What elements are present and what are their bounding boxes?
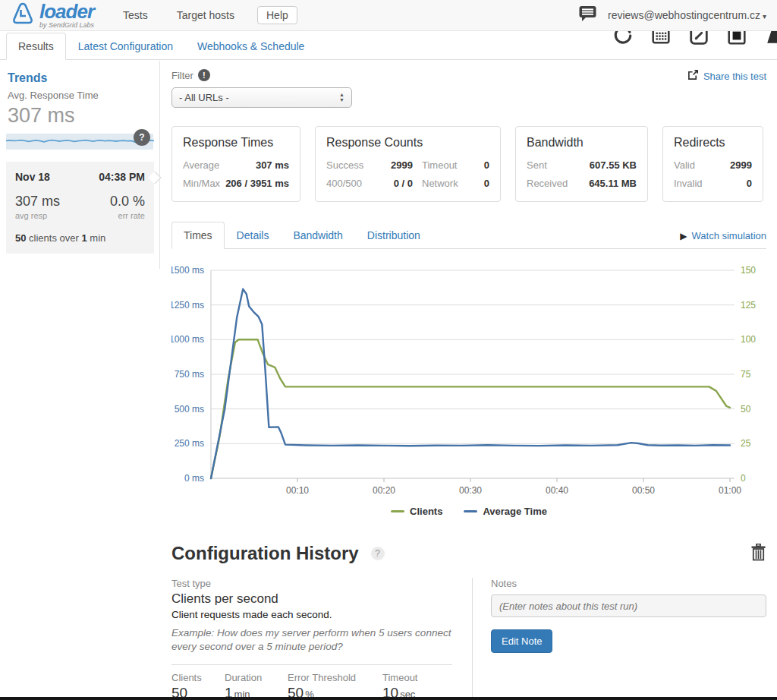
legend-item-clients[interactable]: Clients [391,506,442,517]
screenshot-edge [0,697,777,700]
stat-value: 2999 [730,156,752,175]
stat-label: Average [183,156,219,175]
url-filter-value: - All URLs - [179,92,229,103]
stat-label: Received [527,175,568,193]
run-avg-response: 307 ms [15,194,60,210]
test-type-value: Clients per second [171,591,452,607]
stat-label: Sent [527,156,547,175]
chart-legend: Clients Average Time [171,506,766,517]
param-duration: Duration 1min [225,672,288,700]
select-arrows-icon: ▲▼ [339,93,344,102]
stat-label: Success [326,156,370,175]
svg-text:00:50: 00:50 [632,485,655,496]
test-type-label: Test type [171,578,452,589]
svg-text:00:20: 00:20 [373,485,395,496]
svg-text:25: 25 [741,438,751,449]
tab-bandwidth[interactable]: Bandwidth [281,222,354,249]
redirects-card: Redirects Valid2999 Invalid0 [662,126,763,202]
card-title: Redirects [674,136,752,150]
tab-times[interactable]: Times [171,222,225,249]
svg-text:00:30: 00:30 [459,485,482,496]
run-error-label: err rate [118,211,145,220]
selected-run-arrow [149,172,162,184]
config-help-icon[interactable]: ? [371,547,385,560]
test-run-card[interactable]: Nov 18 04:38 PM 307 ms 0.0 % avg resp er… [6,162,154,254]
url-filter-select[interactable]: - All URLs - ▲▼ [171,87,352,108]
svg-text:750 ms: 750 ms [175,369,204,380]
trends-sidebar: Trends Avg. Response Time 307 ms ? Nov 1… [0,61,160,269]
svg-text:100: 100 [741,334,756,345]
notes-label: Notes [491,578,766,589]
top-navbar: loader by SendGrid Labs Tests Target hos… [0,0,777,31]
tab-webhooks-schedule[interactable]: Webhooks & Schedule [185,33,316,60]
nav-item-target-hosts[interactable]: Target hosts [177,9,234,21]
svg-text:500 ms: 500 ms [175,404,204,415]
tab-details[interactable]: Details [225,222,282,249]
stat-label: Timeout [422,156,468,175]
brand-name: loader [39,2,94,21]
trash-icon[interactable] [750,544,766,564]
loader-logo[interactable]: loader by SendGrid Labs [11,2,94,29]
share-test-link[interactable]: Share this test [687,69,766,83]
tab-distribution[interactable]: Distribution [355,222,433,249]
run-time: 04:38 PM [99,171,145,183]
play-icon: ▶ [680,231,687,241]
account-menu[interactable]: reviews@webhostingcentrum.cz▾ [608,9,766,21]
svg-text:1500 ms: 1500 ms [171,265,204,276]
svg-text:1250 ms: 1250 ms [171,300,204,311]
svg-text:01:00: 01:00 [719,485,741,496]
caret-down-icon: ▾ [763,12,766,20]
response-times-card: Response Times Average307 ms Min/Max206 … [171,126,300,202]
account-email: reviews@webhostingcentrum.cz [608,9,760,21]
run-error-rate: 0.0 % [110,194,145,210]
tab-results[interactable]: Results [6,33,66,60]
trend-sparkline: ? [6,134,153,150]
messages-icon[interactable] [578,5,597,25]
watch-simulation-link[interactable]: ▶ Watch simulation [680,230,766,241]
sparkline-help-icon[interactable]: ? [134,129,150,146]
stat-label: 400/500 [326,175,370,193]
stat-value: 0 [477,175,489,193]
test-type-example: Example: How does my server perform when… [171,626,452,654]
svg-text:250 ms: 250 ms [175,438,204,449]
card-title: Response Times [183,136,289,150]
svg-text:125: 125 [741,300,756,311]
svg-text:00:40: 00:40 [546,485,568,496]
summary-cards: Response Times Average307 ms Min/Max206 … [171,126,766,202]
param-clients: Clients 50 [171,672,225,700]
avg-response-time-value: 307 ms [8,104,159,128]
trends-title: Trends [8,71,159,85]
legend-item-average-time[interactable]: Average Time [464,506,547,517]
response-counts-card: Response Counts Success2999Timeout0 400/… [315,126,501,202]
edit-note-button[interactable]: Edit Note [491,629,552,653]
filter-label: Filter [171,70,193,81]
stat-label: Valid [674,156,695,175]
nav-item-tests[interactable]: Tests [123,9,148,21]
stat-value: 2999 [379,156,413,175]
config-history-title: Configuration History [171,543,359,564]
stat-label: Network [422,175,468,193]
stat-value: 0 / 0 [379,175,413,193]
run-clients-summary: 50 clients over 1 min [15,232,145,244]
svg-text:50: 50 [741,404,751,415]
stat-value: 645.11 MB [589,175,637,193]
notes-input[interactable] [491,594,766,617]
filter-info-icon[interactable]: ! [198,69,210,81]
share-icon [687,69,699,83]
run-date: Nov 18 [15,171,50,183]
tab-latest-configuration[interactable]: Latest Configuration [66,33,185,60]
response-time-chart: 0 ms0250 ms25500 ms50750 ms751000 ms1001… [171,260,766,504]
svg-text:75: 75 [741,369,751,380]
brand-tagline: by SendGrid Labs [39,22,94,29]
svg-text:150: 150 [741,265,756,276]
bandwidth-card: Bandwidth Sent607.55 KB Received645.11 M… [515,126,648,202]
sparkline-chart [6,134,154,150]
avg-response-time-label: Avg. Response Time [8,90,159,101]
stat-value: 307 ms [256,156,289,175]
svg-text:0: 0 [741,473,746,484]
run-avg-label: avg resp [15,211,47,220]
stat-value: 0 [747,175,752,193]
results-tabbar: Results Latest Configuration Webhooks & … [0,31,777,60]
test-parameters: Clients 50 Duration 1min Error Threshold… [171,664,452,700]
help-button[interactable]: Help [257,6,297,24]
